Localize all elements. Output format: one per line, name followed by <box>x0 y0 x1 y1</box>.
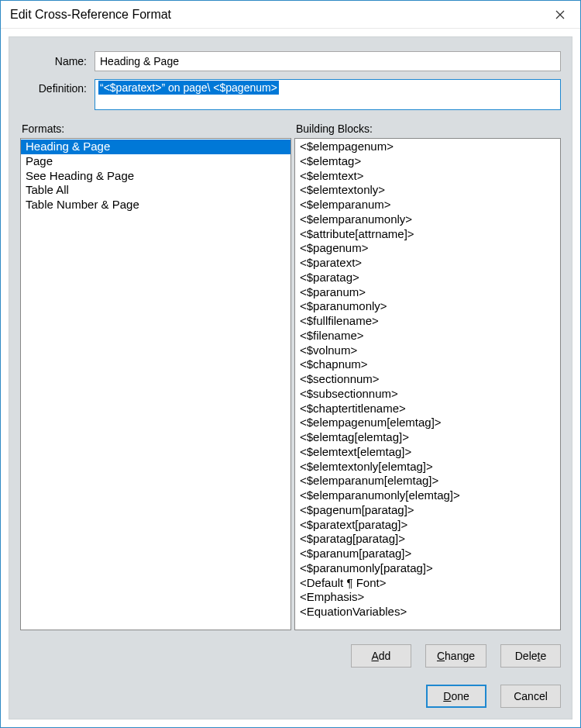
building-blocks-list-item[interactable]: <$paratext> <box>295 256 560 271</box>
building-blocks-list-item[interactable]: <$chaptertitlename> <box>295 402 560 416</box>
building-blocks-list-item[interactable]: <$paranumonly> <box>295 299 560 314</box>
building-blocks-column: Building Blocks: <$elempagenum><$elemtag… <box>294 122 561 630</box>
building-blocks-list-item[interactable]: <$elemtext[elemtag]> <box>295 445 560 460</box>
formats-list-item[interactable]: Page <box>21 154 290 169</box>
building-blocks-list-item[interactable]: <$fullfilename> <box>295 314 560 329</box>
done-label-rest: one <box>451 690 469 702</box>
dialog-buttons-row: Done Cancel <box>20 685 561 708</box>
change-label-rest: hange <box>445 650 475 662</box>
title-bar: Edit Cross-Reference Format <box>1 1 580 29</box>
close-icon <box>555 10 565 19</box>
delete-button[interactable]: Delete <box>500 644 561 668</box>
formats-list-item[interactable]: Table All <box>21 183 290 198</box>
building-blocks-list-item[interactable]: <$pagenum> <box>295 241 560 256</box>
building-blocks-list-item[interactable]: <EquationVariables> <box>295 605 560 619</box>
building-blocks-list-item[interactable]: <$paranumonly[paratag]> <box>295 561 560 576</box>
done-mnemonic: D <box>443 690 451 702</box>
building-blocks-list-item[interactable]: <$elemparanumonly> <box>295 212 560 227</box>
add-label-rest: dd <box>379 650 391 662</box>
dialog-content: Name: Definition: “<$paratext>” on page\… <box>9 36 572 719</box>
building-blocks-list-item[interactable]: <$paratext[paratag]> <box>295 518 560 533</box>
building-blocks-list-item[interactable]: <Emphasis> <box>295 590 560 605</box>
building-blocks-list-item[interactable]: <Default ¶ Font> <box>295 576 560 591</box>
building-blocks-list-item[interactable]: <$elempagenum> <box>295 140 560 154</box>
building-blocks-list-item[interactable]: <$sectionnum> <box>295 372 560 387</box>
action-buttons-row: Add Change Delete <box>20 644 561 668</box>
building-blocks-heading: Building Blocks: <box>296 122 561 135</box>
name-row: Name: <box>20 51 561 71</box>
building-blocks-list-item[interactable]: <$paratag> <box>295 271 560 285</box>
building-blocks-list-item[interactable]: <$paratag[paratag]> <box>295 532 560 547</box>
building-blocks-list-item[interactable]: <$pagenum[paratag]> <box>295 503 560 518</box>
definition-row: Definition: “<$paratext>” on page\ <$pag… <box>20 79 561 110</box>
building-blocks-list-item[interactable]: <$elemparanum[elemtag]> <box>295 474 560 488</box>
window-title: Edit Cross-Reference Format <box>10 8 548 22</box>
delete-label-start: Dele <box>515 650 538 662</box>
building-blocks-list-item[interactable]: <$elemtextonly[elemtag]> <box>295 460 560 474</box>
formats-list-item[interactable]: See Heading & Page <box>21 169 290 184</box>
dialog-window: Edit Cross-Reference Format Name: Defini… <box>0 0 581 728</box>
building-blocks-list-item[interactable]: <$elemtextonly> <box>295 183 560 198</box>
building-blocks-list-item[interactable]: <$filename> <box>295 329 560 343</box>
formats-list-item[interactable]: Heading & Page <box>21 140 290 154</box>
add-button[interactable]: Add <box>351 644 411 668</box>
building-blocks-list-item[interactable]: <$elemtext> <box>295 169 560 184</box>
done-button[interactable]: Done <box>426 685 486 708</box>
formats-heading: Formats: <box>22 122 291 135</box>
formats-list-item[interactable]: Table Number & Page <box>21 198 290 212</box>
name-input[interactable] <box>95 51 561 71</box>
name-label: Name: <box>20 55 95 67</box>
definition-label: Definition: <box>20 79 95 95</box>
building-blocks-list-item[interactable]: <$elemtag[elemtag]> <box>295 430 560 445</box>
building-blocks-list-item[interactable]: <$paranum> <box>295 285 560 300</box>
building-blocks-list-item[interactable]: <$elempagenum[elemtag]> <box>295 416 560 430</box>
building-blocks-listbox[interactable]: <$elempagenum><$elemtag><$elemtext><$ele… <box>294 138 561 630</box>
lists-row: Formats: Heading & PagePageSee Heading &… <box>20 122 561 630</box>
building-blocks-list-item[interactable]: <$paranum[paratag]> <box>295 547 560 561</box>
building-blocks-list-item[interactable]: <$chapnum> <box>295 357 560 372</box>
cancel-button[interactable]: Cancel <box>500 685 561 708</box>
change-mnemonic: C <box>437 650 445 662</box>
change-button[interactable]: Change <box>425 644 486 668</box>
formats-column: Formats: Heading & PagePageSee Heading &… <box>20 122 291 630</box>
definition-input[interactable]: “<$paratext>” on page\ <$pagenum> <box>95 79 561 110</box>
building-blocks-list-item[interactable]: <$elemparanum> <box>295 198 560 212</box>
close-button[interactable] <box>548 5 572 24</box>
definition-selection: “<$paratext>” on page\ <$pagenum> <box>98 81 279 95</box>
building-blocks-list-item[interactable]: <$attribute[attrname]> <box>295 227 560 242</box>
building-blocks-list-item[interactable]: <$elemparanumonly[elemtag]> <box>295 488 560 503</box>
formats-listbox[interactable]: Heading & PagePageSee Heading & PageTabl… <box>20 138 291 630</box>
delete-label-end: e <box>540 650 546 662</box>
building-blocks-list-item[interactable]: <$elemtag> <box>295 154 560 169</box>
building-blocks-list-item[interactable]: <$subsectionnum> <box>295 387 560 402</box>
building-blocks-list-item[interactable]: <$volnum> <box>295 343 560 358</box>
add-mnemonic: A <box>371 650 378 662</box>
